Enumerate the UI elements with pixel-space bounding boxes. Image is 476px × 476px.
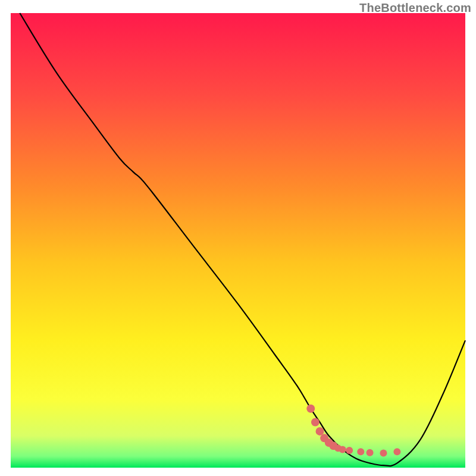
marker-dot bbox=[380, 450, 387, 457]
chart-container: { "watermark": "TheBottleneck.com", "gra… bbox=[0, 0, 476, 476]
marker-dot bbox=[339, 446, 346, 453]
marker-dot bbox=[367, 449, 374, 456]
marker-dot bbox=[357, 448, 364, 455]
marker-dot bbox=[393, 448, 400, 455]
marker-dot bbox=[311, 418, 320, 427]
marker-dot bbox=[306, 405, 315, 413]
watermark-text: TheBottleneck.com bbox=[359, 1, 471, 15]
marker-dot bbox=[316, 427, 324, 436]
bottleneck-chart bbox=[0, 0, 476, 476]
gradient-background bbox=[11, 13, 465, 468]
marker-dot bbox=[346, 447, 353, 454]
